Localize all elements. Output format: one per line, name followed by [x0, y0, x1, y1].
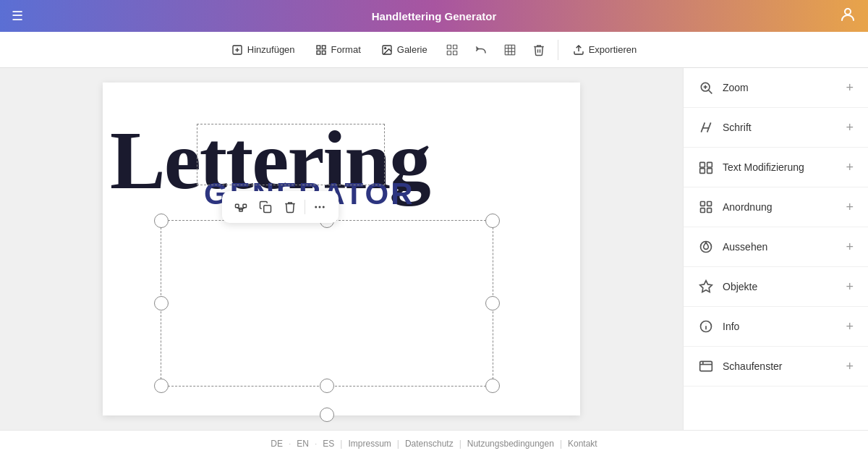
- svg-point-9: [384, 47, 386, 48]
- panel-item-font[interactable]: Schrift +: [684, 108, 868, 148]
- floating-toolbar: [222, 191, 339, 223]
- svg-rect-6: [317, 51, 320, 54]
- handle-bottom-right[interactable]: [485, 379, 500, 393]
- canvas-area[interactable]: Lettering GENERATOR: [0, 68, 683, 430]
- user-icon[interactable]: [839, 6, 856, 27]
- footer-sep-4: |: [397, 439, 399, 449]
- panel-item-arrange[interactable]: Anordnung +: [684, 187, 868, 227]
- float-divider: [305, 200, 305, 214]
- more-options-button[interactable]: [308, 195, 331, 219]
- svg-point-31: [323, 206, 325, 208]
- svg-rect-10: [447, 45, 451, 48]
- text-mod-icon: [698, 159, 714, 175]
- main-content: Lettering GENERATOR: [0, 68, 868, 430]
- svg-point-29: [315, 206, 317, 208]
- font-expand[interactable]: +: [846, 120, 854, 135]
- add-label: Hinzufügen: [247, 44, 295, 55]
- info-expand[interactable]: +: [846, 319, 854, 334]
- app-title: Handlettering Generator: [372, 10, 497, 22]
- svg-rect-7: [322, 51, 326, 54]
- svg-rect-12: [447, 51, 451, 54]
- objects-label: Objekte: [723, 281, 757, 292]
- right-panel: Zoom + Schrift + Text Modifizierung +: [683, 68, 868, 430]
- datenschutz-link[interactable]: Datenschutz: [405, 439, 454, 449]
- svg-rect-11: [453, 45, 456, 48]
- svg-point-0: [845, 9, 851, 14]
- svg-rect-28: [264, 206, 271, 213]
- panel-item-showcase-left: Schaufenster: [698, 358, 783, 374]
- svg-rect-13: [453, 51, 456, 54]
- export-button[interactable]: Exportieren: [564, 40, 645, 60]
- panel-item-zoom-left: Zoom: [698, 80, 749, 96]
- undo-button[interactable]: [468, 37, 494, 63]
- font-label: Schrift: [723, 122, 752, 133]
- svg-rect-46: [707, 208, 712, 213]
- showcase-icon: [698, 358, 714, 374]
- handle-top-left[interactable]: [154, 214, 169, 228]
- panel-item-info[interactable]: Info +: [684, 307, 868, 347]
- info-label: Info: [723, 321, 739, 332]
- svg-rect-45: [701, 208, 705, 213]
- objects-expand[interactable]: +: [846, 279, 854, 295]
- panel-item-objects[interactable]: Objekte +: [684, 267, 868, 307]
- svg-rect-23: [236, 204, 239, 208]
- panel-item-text-mod[interactable]: Text Modifizierung +: [684, 148, 868, 187]
- arrange-icon: [698, 199, 714, 215]
- handle-middle-left[interactable]: [154, 296, 169, 311]
- footer-sep-6: |: [560, 439, 562, 449]
- arrange-label: Anordnung: [723, 201, 773, 213]
- svg-rect-52: [700, 361, 712, 371]
- svg-rect-39: [700, 162, 705, 167]
- svg-rect-24: [243, 204, 247, 208]
- zoom-icon: [698, 80, 714, 96]
- panel-item-zoom[interactable]: Zoom +: [684, 68, 868, 108]
- delete-float-button[interactable]: [278, 195, 302, 219]
- toolbar-separator: [558, 40, 558, 60]
- svg-marker-48: [700, 281, 712, 292]
- grid-overlay-button[interactable]: [439, 37, 465, 63]
- arrange-expand[interactable]: +: [846, 200, 854, 215]
- group-button[interactable]: [229, 195, 252, 219]
- panel-item-showcase[interactable]: Schaufenster +: [684, 347, 868, 387]
- text-mod-expand[interactable]: +: [846, 160, 854, 175]
- format-button[interactable]: Format: [307, 40, 370, 60]
- zoom-label: Zoom: [723, 82, 749, 93]
- svg-line-33: [709, 90, 712, 94]
- handle-extra-bottom[interactable]: [320, 408, 334, 422]
- svg-rect-42: [707, 169, 712, 174]
- handle-middle-right[interactable]: [485, 296, 500, 311]
- svg-rect-5: [322, 46, 326, 49]
- export-label: Exportieren: [589, 44, 637, 55]
- grid-button[interactable]: [497, 37, 523, 63]
- nutzungsbedingungen-link[interactable]: Nutzungsbedingungen: [467, 439, 554, 449]
- zoom-expand[interactable]: +: [846, 80, 854, 96]
- showcase-label: Schaufenster: [723, 360, 783, 372]
- impressum-link[interactable]: Impressum: [348, 439, 391, 449]
- svg-rect-4: [317, 46, 320, 49]
- lang-de[interactable]: DE: [271, 439, 283, 449]
- info-icon: [698, 318, 714, 334]
- add-button[interactable]: Hinzufügen: [223, 40, 304, 60]
- selection-box: [161, 220, 493, 387]
- appearance-label: Aussehen: [723, 241, 767, 253]
- showcase-expand[interactable]: +: [846, 359, 854, 374]
- gallery-button[interactable]: Galerie: [373, 40, 436, 60]
- canvas[interactable]: Lettering GENERATOR: [103, 83, 580, 415]
- copy-button[interactable]: [254, 195, 277, 219]
- panel-item-appearance[interactable]: Aussehen +: [684, 227, 868, 267]
- handle-bottom-center[interactable]: [320, 379, 334, 393]
- handle-top-right[interactable]: [485, 214, 500, 228]
- panel-item-objects-left: Objekte: [698, 279, 757, 295]
- footer-sep-1: ·: [289, 439, 291, 449]
- handle-bottom-left[interactable]: [154, 379, 169, 393]
- delete-toolbar-button[interactable]: [526, 37, 552, 63]
- kontakt-link[interactable]: Kontakt: [568, 439, 597, 449]
- menu-icon[interactable]: ☰: [12, 8, 23, 24]
- svg-rect-41: [700, 169, 705, 174]
- appearance-expand[interactable]: +: [846, 240, 854, 255]
- toolbar: Hinzufügen Format Galerie Exportieren: [0, 32, 868, 68]
- panel-item-font-left: Schrift: [698, 119, 752, 135]
- lang-en[interactable]: EN: [297, 439, 309, 449]
- lang-es[interactable]: ES: [323, 439, 334, 449]
- gallery-label: Galerie: [397, 44, 427, 55]
